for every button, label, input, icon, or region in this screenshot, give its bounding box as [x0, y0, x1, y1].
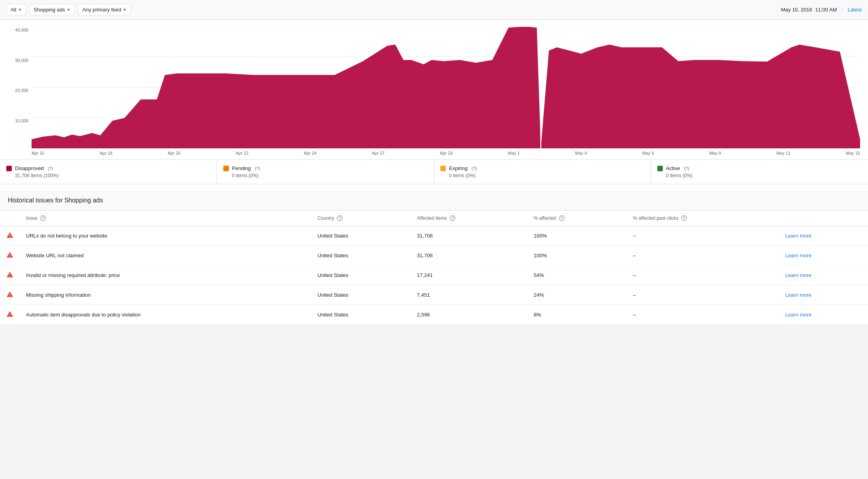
date-label: May 10, 2018 — [781, 7, 812, 13]
past-clicks-cell: – — [627, 285, 779, 305]
issue-help-icon[interactable]: ? — [40, 215, 46, 221]
y-label-20k: 20,000 — [15, 88, 28, 93]
country-help-icon[interactable]: ? — [337, 215, 342, 221]
legend-pending: Pending (?) 0 items (0%) — [217, 160, 434, 184]
warning-icon — [6, 311, 13, 318]
country-cell: United States — [311, 226, 411, 246]
issues-header: Historical issues for Shopping ads — [0, 191, 868, 211]
warning-icon-cell — [0, 266, 20, 285]
warning-icon-cell — [0, 246, 20, 266]
y-label-30k: 30,000 — [15, 58, 28, 63]
country-cell: United States — [311, 246, 411, 266]
shopping-ads-dropdown[interactable]: Shopping ads ▼ — [29, 4, 75, 15]
active-help-icon[interactable]: (?) — [684, 166, 689, 171]
chart-container: 40,000 30,000 20,000 10,000 — [0, 20, 868, 184]
disapproved-title: Disapproved — [15, 165, 44, 171]
past-clicks-help-icon[interactable]: ? — [681, 215, 687, 221]
issues-title: Historical issues for Shopping ads — [8, 197, 103, 204]
table-row: Website URL not claimedUnited States31,7… — [0, 246, 868, 266]
warning-icon — [6, 232, 13, 239]
x-label-may8: May 8 — [709, 151, 721, 155]
disapproved-color-box — [6, 166, 12, 171]
issue-cell: Automatic item disapprovals due to polic… — [20, 305, 311, 325]
issue-cell: Website URL not claimed — [20, 246, 311, 266]
disapproved-value: 31,706 items (100%) — [6, 173, 210, 178]
th-country: Country ? — [311, 211, 411, 226]
issues-section: Historical issues for Shopping ads Issue… — [0, 191, 868, 324]
filter-bar: All ▼ Shopping ads ▼ Any primary feed ▼ … — [0, 0, 868, 20]
expiring-title: Expiring — [449, 165, 468, 171]
table-row: URLs do not belong to your websiteUnited… — [0, 226, 868, 246]
x-label-may15: May 15 — [846, 151, 860, 155]
affected-items-cell: 31,706 — [411, 246, 528, 266]
all-label: All — [11, 7, 16, 13]
percent-affected-cell: 100% — [528, 246, 627, 266]
warning-icon-cell — [0, 305, 20, 325]
issue-cell: Invalid or missing required attribute: p… — [20, 266, 311, 285]
legend-active: Active (?) 0 items (0%) — [651, 160, 868, 184]
affected-items-cell: 31,706 — [411, 226, 528, 246]
percent-affected-cell: 24% — [528, 285, 627, 305]
th-icon — [0, 211, 20, 226]
x-label-apr27: Apr 27 — [372, 151, 385, 155]
all-dropdown[interactable]: All ▼ — [6, 4, 26, 15]
th-percent-past-clicks: % affected past clicks ? — [627, 211, 779, 226]
primary-feed-chevron-icon: ▼ — [123, 7, 127, 12]
th-affected-items: Affected items ? — [411, 211, 528, 226]
learn-more-link[interactable]: Learn more — [785, 292, 811, 298]
x-label-apr20: Apr 20 — [168, 151, 180, 155]
shopping-ads-label: Shopping ads — [34, 7, 65, 13]
expiring-value: 0 items (0%) — [440, 173, 644, 178]
table-row: Automatic item disapprovals due to polic… — [0, 305, 868, 325]
learn-more-cell: Learn more — [779, 285, 868, 305]
chart-svg — [32, 26, 860, 148]
time-label: 11:00 AM — [815, 7, 837, 13]
issues-table-header: Issue ? Country ? Affected items ? % aff… — [0, 211, 868, 226]
x-label-apr22: Apr 22 — [236, 151, 249, 155]
th-percent-affected: % affected ? — [528, 211, 627, 226]
pending-help-icon[interactable]: (?) — [255, 166, 260, 171]
warning-icon — [6, 291, 13, 298]
x-label-may1: May 1 — [508, 151, 520, 155]
learn-more-link[interactable]: Learn more — [785, 233, 811, 239]
affected-items-help-icon[interactable]: ? — [450, 215, 455, 221]
x-label-apr29: Apr 29 — [440, 151, 453, 155]
x-label-may4: May 4 — [575, 151, 587, 155]
table-row: Missing shipping informationUnited State… — [0, 285, 868, 305]
warning-icon-cell — [0, 226, 20, 246]
th-learn-more — [779, 211, 868, 226]
warning-icon — [6, 251, 13, 258]
disapproved-help-icon[interactable]: (?) — [48, 166, 53, 171]
country-cell: United States — [311, 305, 411, 325]
issue-cell: Missing shipping information — [20, 285, 311, 305]
filter-right: May 10, 2018 11:00 AM | Latest — [781, 7, 862, 13]
issues-table: Issue ? Country ? Affected items ? % aff… — [0, 211, 868, 324]
latest-link[interactable]: Latest — [848, 7, 862, 13]
active-color-box — [657, 166, 663, 171]
main-container: All ▼ Shopping ads ▼ Any primary feed ▼ … — [0, 0, 868, 324]
all-chevron-icon: ▼ — [18, 7, 22, 12]
x-label-apr18: Apr 18 — [100, 151, 112, 155]
primary-feed-label: Any primary feed — [82, 7, 121, 13]
y-label-10k: 10,000 — [15, 118, 28, 123]
percent-affected-help-icon[interactable]: ? — [559, 215, 565, 221]
legend-bar: Disapproved (?) 31,706 items (100%) Pend… — [0, 159, 868, 184]
expiring-help-icon[interactable]: (?) — [471, 166, 477, 171]
learn-more-link[interactable]: Learn more — [785, 253, 811, 258]
primary-feed-dropdown[interactable]: Any primary feed ▼ — [78, 4, 131, 15]
warning-icon-cell — [0, 285, 20, 305]
past-clicks-cell: – — [627, 266, 779, 285]
affected-items-cell: 17,241 — [411, 266, 528, 285]
learn-more-cell: Learn more — [779, 305, 868, 325]
x-label-apr24: Apr 24 — [304, 151, 316, 155]
shopping-ads-chevron-icon: ▼ — [67, 7, 71, 12]
learn-more-cell: Learn more — [779, 246, 868, 266]
pending-title: Pending — [232, 165, 251, 171]
learn-more-link[interactable]: Learn more — [785, 312, 811, 318]
percent-affected-cell: 54% — [528, 266, 627, 285]
learn-more-link[interactable]: Learn more — [785, 272, 811, 278]
affected-items-cell: 7,451 — [411, 285, 528, 305]
pending-color-box — [223, 166, 229, 171]
percent-affected-cell: 100% — [528, 226, 627, 246]
affected-items-cell: 2,596 — [411, 305, 528, 325]
